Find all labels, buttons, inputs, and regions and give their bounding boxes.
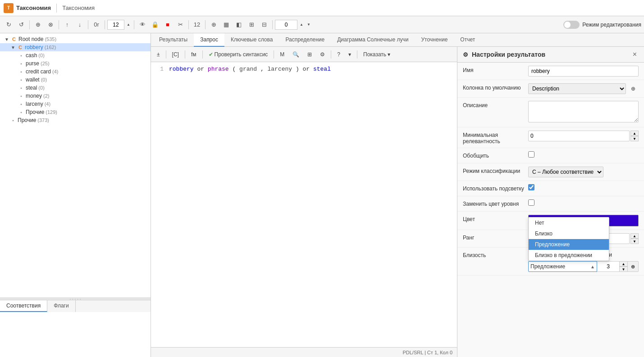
paste-btn[interactable]: ⊗ bbox=[45, 19, 56, 31]
up-btn[interactable]: ↑ bbox=[61, 19, 73, 31]
proximity-num-down[interactable]: ▼ bbox=[620, 267, 628, 272]
settings-input-min-relevance[interactable] bbox=[528, 131, 630, 141]
tree-toggle-robbery[interactable]: ▼ bbox=[10, 44, 16, 50]
toolbar-number-input[interactable] bbox=[107, 20, 124, 30]
settings-label-color: Цвет bbox=[463, 215, 528, 222]
cut-btn[interactable]: ✂ bbox=[174, 19, 186, 31]
action-btn3[interactable]: ◧ bbox=[233, 19, 245, 31]
copy-btn[interactable]: ⊕ bbox=[32, 19, 44, 31]
color-btn[interactable]: ■ bbox=[162, 19, 174, 31]
settings-select-classification[interactable]: С – Любое соответствие bbox=[528, 167, 603, 177]
zoom-up[interactable]: ▲ bbox=[298, 19, 305, 31]
tab-keywords[interactable]: Ключевые слова bbox=[224, 33, 279, 47]
show-btn[interactable]: Показать ▾ bbox=[360, 49, 393, 60]
settings-checkbox-level-color[interactable] bbox=[528, 199, 534, 206]
tree-item-prochie-robbery[interactable]: ▪ Прочие (129) bbox=[0, 108, 151, 116]
help-btn[interactable]: ? bbox=[334, 49, 343, 60]
kw-larceny: larceny bbox=[268, 66, 292, 72]
settings-input-name[interactable] bbox=[528, 66, 639, 77]
tree-label-larceny: larceny bbox=[26, 101, 43, 107]
tree-item-icon-prochie-robbery: ▪ bbox=[18, 109, 24, 115]
settings-checkbox-highlight[interactable] bbox=[528, 184, 534, 190]
editor-sep-3 bbox=[202, 50, 203, 59]
check-syntax-btn[interactable]: ✔ Проверить синтаксис bbox=[206, 49, 271, 60]
proximity-action-btn[interactable]: ⊕ bbox=[628, 261, 639, 272]
settings-select-default-col[interactable]: Description bbox=[528, 83, 626, 94]
action-btn4[interactable]: ⊞ bbox=[246, 19, 257, 31]
settings-close-btn[interactable]: × bbox=[631, 50, 639, 59]
tree-item-icon-prochie-root: ▪ bbox=[10, 117, 16, 123]
tree-item-icon-steal: ▪ bbox=[18, 85, 24, 91]
proximity-option-sentence[interactable]: Предложение bbox=[529, 239, 609, 250]
undo-btn[interactable]: ↺ bbox=[15, 19, 27, 31]
zero-btn[interactable]: 0r bbox=[91, 19, 102, 31]
tree-item-larceny[interactable]: ▪ larceny (4) bbox=[0, 100, 151, 108]
tree-item-money[interactable]: ▪ money (2) bbox=[0, 92, 151, 100]
tree-label-purse: purse bbox=[26, 60, 39, 67]
proximity-option-close-sentence[interactable]: Близко в предложении bbox=[529, 250, 609, 261]
editor-sep-6 bbox=[357, 50, 357, 59]
settings-checkbox-generalize[interactable] bbox=[528, 151, 534, 158]
tab-distribution[interactable]: Распределение bbox=[279, 33, 331, 47]
line-number-1: 1 bbox=[155, 66, 164, 72]
tab-flags[interactable]: Флаги bbox=[47, 300, 75, 312]
tab-refinement[interactable]: Уточнение bbox=[415, 33, 454, 47]
tree-item-root[interactable]: ▼ C Root node (535) bbox=[0, 35, 151, 43]
rank-down[interactable]: ▼ bbox=[630, 239, 639, 244]
grid-editor-btn[interactable]: ⊞ bbox=[304, 49, 315, 60]
rank-up[interactable]: ▲ bbox=[630, 233, 639, 239]
zoom-input[interactable] bbox=[275, 20, 297, 30]
tab-report[interactable]: Отчет bbox=[454, 33, 481, 47]
tree-item-prochie-root[interactable]: ▪ Прочие (373) bbox=[0, 116, 151, 124]
tree-label-wallet: wallet bbox=[26, 77, 40, 83]
main-toolbar: ↻ ↺ ⊕ ⊗ ↑ ↓ 0r ▲ 👁 🔒 ■ ✂ 12 ⊕ ▦ ◧ ⊞ ⊟ ▲ … bbox=[0, 16, 644, 33]
num-btn2[interactable]: 12 bbox=[191, 19, 203, 31]
help-dropdown-btn[interactable]: ▾ bbox=[345, 49, 354, 60]
tree-item-steal[interactable]: ▪ steal (0) bbox=[0, 84, 151, 92]
settings-value-min-relevance: ▲ ▼ bbox=[528, 131, 639, 141]
code-editor[interactable]: 1 robbery or phrase ( grand , larceny ) … bbox=[151, 62, 457, 347]
fm-btn[interactable]: fм bbox=[188, 49, 200, 60]
tree-toggle-root[interactable]: ▼ bbox=[4, 36, 10, 42]
down-btn[interactable]: ↓ bbox=[74, 19, 86, 31]
tree-count-root: (535) bbox=[45, 36, 56, 42]
settings-textarea-description[interactable] bbox=[528, 101, 639, 122]
proximity-number-input[interactable] bbox=[597, 261, 620, 272]
add-operator-btn[interactable]: ± bbox=[154, 49, 163, 60]
action-btn2[interactable]: ▦ bbox=[220, 19, 232, 31]
zoom-down[interactable]: ▼ bbox=[306, 19, 312, 31]
tab-sunburst[interactable]: Диаграмма Солнечные лучи bbox=[331, 33, 415, 47]
m-btn[interactable]: М bbox=[277, 49, 288, 60]
edit-mode-switch[interactable] bbox=[563, 21, 580, 29]
tabs-bar: Результаты Запрос Ключевые слова Распред… bbox=[151, 33, 644, 47]
proximity-num-up[interactable]: ▲ bbox=[620, 261, 628, 267]
tree-item-robbery[interactable]: ▼ C robbery (162) bbox=[0, 43, 151, 51]
show-caret: ▾ bbox=[388, 51, 390, 58]
min-relevance-down[interactable]: ▼ bbox=[630, 136, 639, 141]
tree-item-purse[interactable]: ▪ purse (25) bbox=[0, 59, 151, 68]
settings-value-level-color bbox=[528, 199, 639, 207]
settings-editor-btn[interactable]: ⚙ bbox=[317, 49, 328, 60]
tab-query[interactable]: Запрос bbox=[194, 33, 224, 47]
tree-item-credit-card[interactable]: ▪ credit card (4) bbox=[0, 68, 151, 76]
search-editor-btn[interactable]: 🔍 bbox=[289, 49, 302, 60]
lock-btn[interactable]: 🔒 bbox=[149, 19, 161, 31]
action-btn5[interactable]: ⊟ bbox=[258, 19, 270, 31]
eye-btn[interactable]: 👁 bbox=[137, 19, 148, 31]
tab-matches[interactable]: Соответствия bbox=[0, 300, 47, 312]
kw-paren1: ( bbox=[232, 66, 236, 72]
tree-item-wallet[interactable]: ▪ wallet (0) bbox=[0, 76, 151, 84]
num-arrow-up[interactable]: ▲ bbox=[125, 22, 132, 27]
min-relevance-up[interactable]: ▲ bbox=[630, 131, 639, 136]
tree-item-cash[interactable]: ▪ cash (0) bbox=[0, 51, 151, 59]
tab-results[interactable]: Результаты bbox=[153, 33, 194, 47]
proximity-select-display[interactable]: Предложение ▲ bbox=[528, 261, 597, 272]
refresh-btn[interactable]: ↻ bbox=[3, 19, 14, 31]
kw-grand: grand bbox=[239, 66, 257, 72]
proximity-option-close[interactable]: Близко bbox=[529, 228, 609, 239]
c-btn[interactable]: [С] bbox=[169, 49, 182, 60]
proximity-option-none[interactable]: Нет bbox=[529, 217, 609, 228]
action-btn1[interactable]: ⊕ bbox=[208, 19, 219, 31]
settings-label-name: Имя bbox=[463, 66, 528, 73]
default-col-action-btn[interactable]: ⊕ bbox=[628, 83, 639, 94]
